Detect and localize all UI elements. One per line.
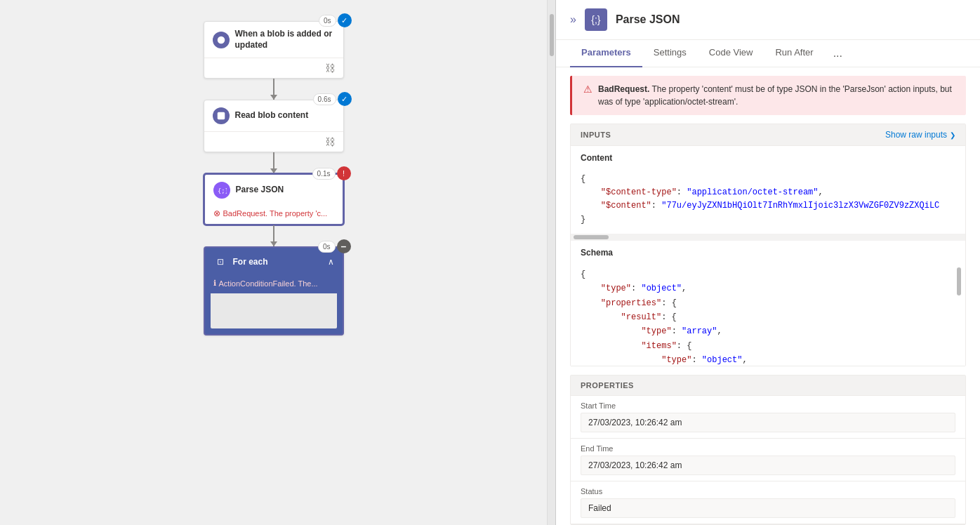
schema-line-3: "properties": { [581, 296, 955, 310]
schema-line-7: "type": "object", [581, 353, 955, 366]
start-time-field: Start Time 27/03/2023, 10:26:42 am [571, 396, 965, 439]
panel-header: » {;} Parse JSON [556, 0, 980, 40]
end-time-value: 27/03/2023, 10:26:42 am [581, 456, 955, 475]
schema-label: Schema [571, 241, 965, 260]
content-line-4: } [581, 213, 955, 227]
status-field: Status Failed [571, 481, 965, 524]
panel-content[interactable]: ⚠ BadRequest. The property 'content' mus… [556, 67, 980, 525]
status-label: Status [581, 487, 955, 496]
panel-title: Parse JSON [616, 13, 680, 26]
parse-json-error-icon: ⊗ [213, 208, 220, 218]
connector-1 [273, 79, 274, 100]
h-scroll-thumb[interactable] [574, 235, 609, 239]
foreach-error: ℹ ActionConditionFailed. The... [205, 276, 343, 293]
trigger-node-footer: ⛓ [204, 58, 343, 78]
read-blob-status-success: ✓ [338, 92, 352, 106]
trigger-duration: 0s [319, 15, 336, 27]
read-blob-link-icon: ⛓ [325, 136, 335, 147]
content-label: Content [571, 146, 965, 166]
content-line-1: { [581, 173, 955, 186]
schema-scroll-thumb[interactable] [957, 267, 961, 295]
read-blob-icon [213, 107, 230, 124]
schema-line-4: "result": { [581, 310, 955, 324]
start-time-label: Start Time [581, 401, 955, 410]
parse-json-duration: 0.1s [312, 168, 336, 180]
show-raw-inputs-label: Show raw inputs [885, 130, 947, 140]
parse-json-icon: {;} [213, 182, 230, 199]
schema-vertical-scrollbar[interactable] [957, 260, 962, 366]
parse-json-panel-icon: {;} [585, 8, 607, 31]
tab-settings[interactable]: Settings [642, 40, 698, 67]
schema-code-block: { "type": "object", "properties": { "res… [571, 260, 965, 366]
connector-2 [273, 152, 274, 173]
inputs-section-title: INPUTS [581, 131, 611, 139]
parse-json-error: ⊗ BadRequest. The property 'c... [205, 206, 343, 224]
parse-json-status-error: ! [337, 166, 351, 180]
read-blob-footer: ⛓ [204, 131, 343, 152]
error-banner: ⚠ BadRequest. The property 'content' mus… [570, 76, 966, 115]
trigger-node-title: When a blob is added or updated [235, 29, 335, 51]
svg-point-0 [217, 36, 225, 44]
foreach-duration: 0s [318, 241, 336, 253]
foreach-title: For each [233, 257, 268, 267]
vertical-scrollbar[interactable] [548, 0, 556, 525]
parse-json-node[interactable]: {;} Parse JSON ⊗ BadRequest. The propert… [204, 173, 344, 225]
read-blob-duration: 0.6s [313, 93, 336, 105]
content-horizontal-scrollbar[interactable] [571, 234, 965, 241]
tab-parameters[interactable]: Parameters [570, 40, 642, 67]
read-blob-title: Read blob content [235, 110, 309, 121]
content-line-2: "$content-type": "application/octet-stre… [581, 186, 955, 199]
foreach-icon: ⊡ [213, 255, 227, 269]
trigger-node-icon [213, 32, 230, 48]
content-line-3: "$content": "77u/eyJyZXN1bHQiOlt7InRhYmx… [581, 199, 955, 213]
error-banner-icon: ⚠ [583, 84, 592, 95]
svg-text:{;}: {;} [217, 187, 226, 194]
tab-run-after[interactable]: Run After [764, 40, 824, 67]
foreach-status-skip: – [337, 239, 351, 253]
foreach-body [211, 293, 337, 328]
schema-line-2: "type": "object", [581, 281, 955, 295]
connector-3 [273, 225, 274, 246]
status-value: Failed [581, 498, 955, 518]
parse-json-status-badge: 0.1s ! [312, 166, 351, 180]
end-time-label: End Time [581, 444, 955, 453]
show-raw-inputs-chevron: ❯ [950, 131, 955, 139]
end-time-field: End Time 27/03/2023, 10:26:42 am [571, 439, 965, 481]
foreach-status-badge: 0s – [318, 239, 351, 253]
link-icon: ⛓ [325, 62, 335, 74]
properties-section-header: PROPERTIES [571, 376, 965, 396]
tab-code-view[interactable]: Code View [698, 40, 764, 67]
error-banner-detail: The property 'content' must be of type J… [598, 84, 952, 107]
read-blob-status-badge: 0.6s ✓ [313, 92, 352, 106]
start-time-value: 27/03/2023, 10:26:42 am [581, 413, 955, 432]
trigger-node[interactable]: When a blob is added or updated ⛓ 0s ✓ [204, 21, 344, 79]
properties-section: PROPERTIES Start Time 27/03/2023, 10:26:… [570, 375, 966, 525]
error-banner-text: BadRequest. The property 'content' must … [598, 83, 955, 108]
scroll-thumb[interactable] [550, 14, 554, 56]
foreach-node[interactable]: ⊡ For each ∧ ℹ ActionConditionFailed. Th… [204, 246, 344, 335]
workflow-canvas: When a blob is added or updated ⛓ 0s ✓ [0, 0, 548, 525]
parse-json-title: Parse JSON [236, 185, 284, 196]
foreach-chevron-icon[interactable]: ∧ [328, 257, 334, 267]
right-panel: » {;} Parse JSON Parameters Settings Cod… [556, 0, 980, 525]
tab-more[interactable]: ... [825, 40, 851, 67]
collapse-panel-icon[interactable]: » [570, 13, 576, 26]
show-raw-inputs-button[interactable]: Show raw inputs ❯ [885, 130, 955, 140]
trigger-status-badge: 0s ✓ [319, 13, 352, 27]
foreach-error-icon: ℹ [213, 279, 216, 288]
inputs-section: INPUTS Show raw inputs ❯ Content { "$con… [570, 124, 966, 366]
trigger-status-success: ✓ [338, 13, 352, 27]
foreach-error-text: ActionConditionFailed. The... [219, 279, 318, 288]
content-code-block: { "$content-type": "application/octet-st… [571, 166, 965, 234]
schema-line-1: { [581, 267, 955, 281]
svg-rect-1 [217, 112, 225, 120]
schema-line-6: "items": { [581, 339, 955, 353]
tabs-bar: Parameters Settings Code View Run After … [556, 40, 980, 67]
properties-section-title: PROPERTIES [581, 381, 634, 390]
parse-json-error-text: BadRequest. The property 'c... [223, 209, 328, 218]
error-banner-bold: BadRequest. [598, 84, 649, 94]
inputs-section-header: INPUTS Show raw inputs ❯ [571, 124, 965, 146]
schema-line-5: "type": "array", [581, 324, 955, 338]
read-blob-node[interactable]: Read blob content ⛓ 0.6s ✓ [204, 100, 344, 152]
